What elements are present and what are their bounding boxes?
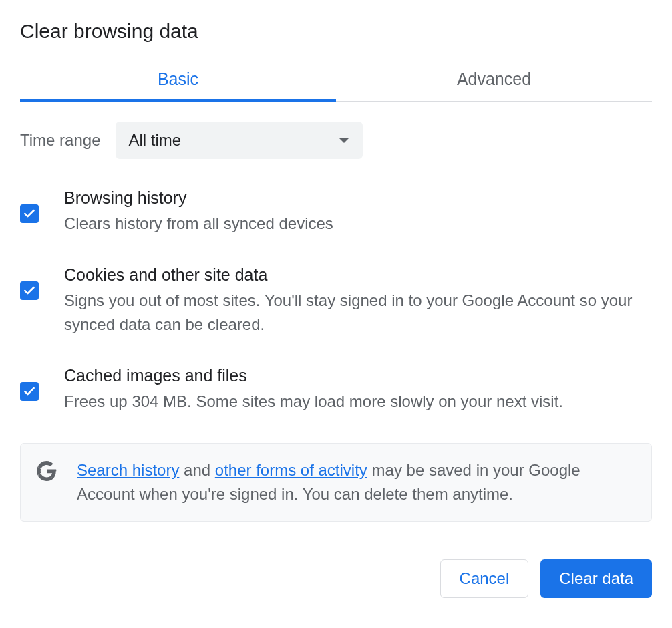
option-text: Browsing history Clears history from all… — [64, 188, 652, 236]
option-title: Cached images and files — [64, 366, 652, 385]
option-text: Cached images and files Frees up 304 MB.… — [64, 366, 652, 414]
checkmark-icon — [23, 385, 36, 398]
option-browsing-history: Browsing history Clears history from all… — [20, 188, 652, 236]
checkmark-icon — [23, 207, 36, 220]
option-desc: Clears history from all synced devices — [64, 212, 652, 236]
option-cached: Cached images and files Frees up 304 MB.… — [20, 366, 652, 414]
google-info-box: Search history and other forms of activi… — [20, 443, 652, 522]
cancel-button[interactable]: Cancel — [440, 559, 529, 598]
caret-down-icon — [339, 138, 349, 143]
clear-browsing-data-dialog: Clear browsing data Basic Advanced Time … — [0, 0, 672, 618]
option-title: Cookies and other site data — [64, 265, 652, 285]
option-desc: Frees up 304 MB. Some sites may load mor… — [64, 389, 652, 414]
tab-advanced-label: Advanced — [457, 69, 531, 88]
time-range-label: Time range — [20, 131, 101, 150]
checkbox-browsing-history[interactable] — [20, 204, 39, 223]
link-search-history[interactable]: Search history — [77, 461, 179, 479]
checkbox-cached[interactable] — [20, 382, 39, 401]
dialog-title: Clear browsing data — [20, 20, 652, 43]
info-mid: and — [179, 461, 214, 479]
dialog-buttons: Cancel Clear data — [20, 559, 652, 598]
option-desc: Signs you out of most sites. You'll stay… — [64, 289, 652, 337]
tabs: Basic Advanced — [20, 59, 652, 102]
option-cookies: Cookies and other site data Signs you ou… — [20, 265, 652, 337]
option-title: Browsing history — [64, 188, 652, 208]
time-range-row: Time range All time — [20, 122, 652, 159]
clear-data-button[interactable]: Clear data — [540, 559, 652, 598]
checkbox-cookies[interactable] — [20, 281, 39, 300]
dialog-content: Time range All time Browsing history Cle… — [20, 102, 652, 598]
tab-basic[interactable]: Basic — [20, 59, 336, 101]
tab-basic-label: Basic — [158, 69, 198, 88]
tab-advanced[interactable]: Advanced — [336, 59, 652, 101]
time-range-select[interactable]: All time — [116, 122, 363, 159]
option-text: Cookies and other site data Signs you ou… — [64, 265, 652, 337]
checkmark-icon — [23, 284, 36, 297]
info-text: Search history and other forms of activi… — [77, 458, 635, 506]
google-icon — [37, 461, 57, 481]
link-other-activity[interactable]: other forms of activity — [215, 461, 367, 479]
time-range-value: All time — [129, 131, 182, 150]
